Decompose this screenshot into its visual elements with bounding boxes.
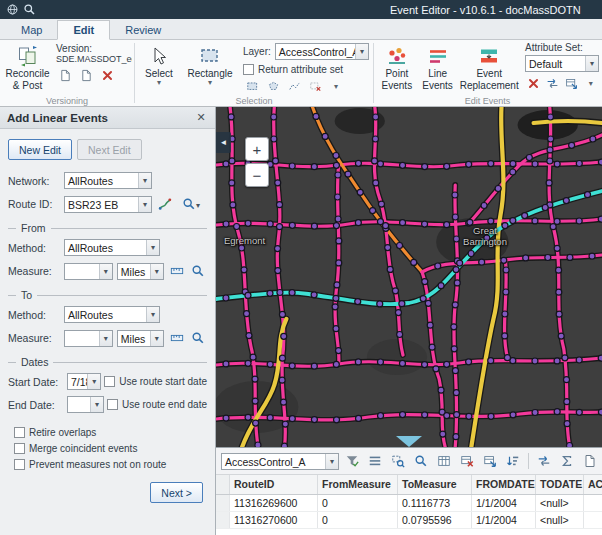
select-tool-button[interactable]: Select bbox=[137, 42, 181, 89]
select-route-icon[interactable] bbox=[156, 195, 174, 213]
statistics-icon[interactable] bbox=[557, 451, 577, 471]
return-attribute-set-checkbox[interactable]: Return attribute set bbox=[243, 64, 369, 75]
merge-coincident-events-checkbox[interactable]: Merge coincident events bbox=[14, 443, 201, 454]
caret-down-icon bbox=[208, 80, 212, 86]
selection-options-caret-icon[interactable] bbox=[327, 78, 345, 95]
row-selector-gutter bbox=[216, 475, 230, 494]
use-route-end-date-checkbox[interactable]: Use route end date bbox=[107, 399, 207, 410]
caret-down-icon bbox=[99, 264, 112, 279]
new-edit-button[interactable]: New Edit bbox=[8, 139, 72, 160]
to-measure-input[interactable] bbox=[64, 330, 113, 347]
select-polygon-icon[interactable] bbox=[264, 78, 282, 95]
tab-edit[interactable]: Edit bbox=[57, 20, 110, 40]
export-event-icon[interactable] bbox=[564, 75, 580, 92]
from-measure-input[interactable] bbox=[64, 263, 113, 280]
column-header-routeid[interactable]: RouteID bbox=[230, 475, 318, 494]
zoom-out-button[interactable]: − bbox=[245, 163, 269, 187]
table-empty-area bbox=[216, 529, 602, 535]
point-events-button[interactable]: Point Events bbox=[376, 42, 418, 94]
event-replacement-icon bbox=[478, 45, 500, 67]
attribute-set-dropdown[interactable]: Default bbox=[525, 55, 599, 72]
table-row[interactable]: 11316269600 0 0.1116773 1/1/2004 <null> bbox=[216, 495, 602, 512]
reconcile-icon bbox=[17, 45, 39, 67]
to-units-dropdown[interactable]: Miles bbox=[117, 330, 164, 347]
use-route-start-date-checkbox[interactable]: Use route start date bbox=[104, 376, 207, 387]
network-dropdown[interactable]: AllRoutes bbox=[64, 172, 152, 189]
tab-review[interactable]: Review bbox=[110, 21, 176, 39]
column-header-ac[interactable]: AC bbox=[584, 475, 602, 494]
caret-down-icon bbox=[325, 454, 338, 469]
save-edits-icon[interactable] bbox=[56, 67, 74, 84]
sort-icon[interactable] bbox=[503, 451, 523, 471]
switch-selection-icon[interactable] bbox=[534, 451, 554, 471]
row-selector[interactable] bbox=[216, 512, 230, 528]
from-units-dropdown[interactable]: Miles bbox=[117, 263, 164, 280]
prevent-measures-checkbox[interactable]: Prevent measures not on route bbox=[14, 459, 201, 470]
table-panel-toggle-icon[interactable]: ▼ bbox=[396, 436, 422, 447]
column-header-todate[interactable]: TODATE bbox=[536, 475, 584, 494]
event-tools-caret-icon[interactable] bbox=[583, 75, 599, 92]
reconcile-post-button[interactable]: Reconcile & Post bbox=[2, 42, 53, 94]
export-table-icon[interactable] bbox=[480, 451, 500, 471]
layer-label: Layer: bbox=[243, 46, 271, 57]
select-line-icon[interactable] bbox=[285, 78, 303, 95]
zoom-to-measure-icon[interactable] bbox=[189, 329, 207, 347]
zoom-to-selection-icon[interactable] bbox=[388, 451, 408, 471]
point-events-icon bbox=[386, 45, 408, 67]
ribbon: Reconcile & Post Version: SDE.MASSDOT_ed… bbox=[0, 40, 602, 107]
table-layer-dropdown[interactable]: AccessControl_A bbox=[221, 453, 339, 470]
table-row[interactable]: 11316270600 0 0.0795596 1/1/2004 <null> bbox=[216, 512, 602, 529]
table-header-row: RouteID FromMeasure ToMeasure FROMDATE T… bbox=[216, 475, 602, 495]
checkbox bbox=[14, 443, 25, 454]
cursor-icon bbox=[148, 45, 170, 67]
zoom-to-measure-icon[interactable] bbox=[189, 262, 207, 280]
close-icon[interactable] bbox=[194, 111, 208, 125]
end-date-input[interactable] bbox=[67, 396, 104, 413]
filter-icon[interactable] bbox=[342, 451, 362, 471]
from-method-dropdown[interactable]: AllRoutes bbox=[64, 239, 160, 256]
to-method-dropdown[interactable]: AllRoutes bbox=[64, 306, 160, 323]
delete-version-icon[interactable] bbox=[98, 67, 116, 84]
clear-selection-icon[interactable] bbox=[306, 78, 324, 95]
column-header-fromdate[interactable]: FROMDATE bbox=[472, 475, 536, 494]
clear-table-selection-icon[interactable] bbox=[457, 451, 477, 471]
to-measure-label: Measure: bbox=[8, 332, 60, 344]
from-section-label: From bbox=[16, 222, 51, 234]
switch-event-icon[interactable] bbox=[544, 75, 560, 92]
page-icon[interactable] bbox=[580, 451, 600, 471]
caret-down-icon bbox=[146, 240, 159, 255]
column-header-tomeasure[interactable]: ToMeasure bbox=[398, 475, 472, 494]
zoom-to-route-icon[interactable] bbox=[178, 195, 204, 213]
list-icon[interactable] bbox=[365, 451, 385, 471]
layer-dropdown[interactable]: AccessControl_A bbox=[275, 43, 369, 60]
row-selector[interactable] bbox=[216, 495, 230, 511]
zoom-in-button[interactable]: + bbox=[245, 137, 269, 161]
window-title: Event Editor - v10.6.1 - docMassDOTN bbox=[390, 4, 598, 16]
magnifier-icon[interactable] bbox=[21, 2, 38, 17]
rectangle-tool-button[interactable]: Rectangle bbox=[181, 42, 239, 89]
caret-down-icon bbox=[150, 331, 163, 346]
next-button[interactable]: Next > bbox=[150, 482, 203, 503]
caret-down-icon bbox=[99, 331, 112, 346]
retire-overlaps-checkbox[interactable]: Retire overlaps bbox=[14, 427, 201, 438]
event-replacement-button[interactable]: Event Replacement bbox=[457, 42, 521, 94]
title-bar: Event Editor - v10.6.1 - docMassDOTN bbox=[0, 0, 602, 19]
select-rectangle-icon[interactable] bbox=[243, 78, 261, 95]
refresh-version-icon[interactable] bbox=[77, 67, 95, 84]
attribute-table-icon[interactable] bbox=[434, 451, 454, 471]
line-events-button[interactable]: Line Events bbox=[418, 42, 458, 94]
caret-down-icon bbox=[138, 197, 151, 212]
measure-picker-icon[interactable] bbox=[168, 262, 186, 280]
magnifier-icon[interactable] bbox=[411, 451, 431, 471]
tab-map[interactable]: Map bbox=[6, 21, 57, 39]
version-label: Version: bbox=[56, 43, 132, 54]
start-date-input[interactable]: 7/18/ bbox=[67, 373, 101, 390]
map-view[interactable]: Egremont Great Barrington ◄ + − ▼ bbox=[216, 107, 602, 447]
globe-icon[interactable] bbox=[4, 2, 21, 17]
delete-event-icon[interactable] bbox=[525, 75, 541, 92]
measure-picker-icon[interactable] bbox=[168, 329, 186, 347]
collapse-panel-button[interactable]: ◄ bbox=[216, 132, 231, 153]
route-id-dropdown[interactable]: BSR23 EB bbox=[64, 196, 152, 213]
next-edit-button[interactable]: Next Edit bbox=[77, 139, 142, 160]
column-header-frommeasure[interactable]: FromMeasure bbox=[318, 475, 398, 494]
